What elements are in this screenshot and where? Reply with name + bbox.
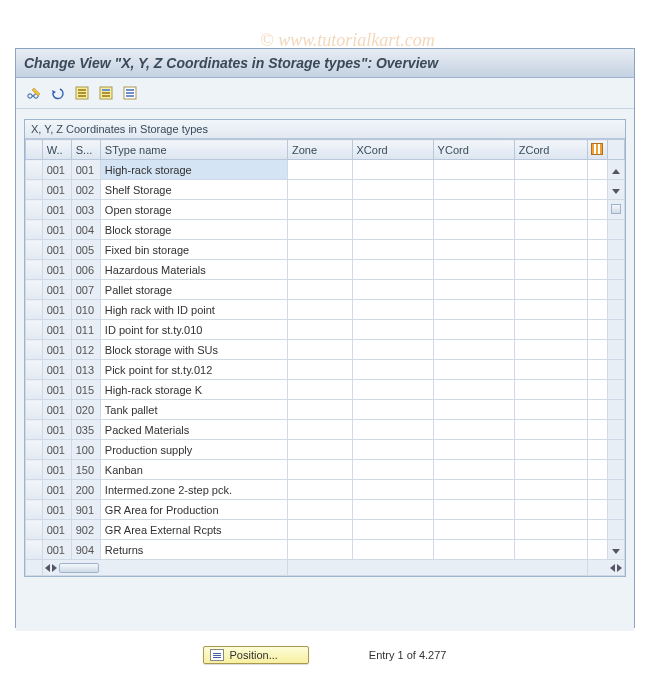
cell-zone[interactable] — [288, 480, 352, 500]
deselect-all-button[interactable] — [120, 84, 140, 102]
col-storage-type[interactable]: S... — [71, 140, 100, 160]
row-selector[interactable] — [26, 320, 43, 340]
row-selector[interactable] — [26, 540, 43, 560]
cell-x[interactable] — [352, 300, 433, 320]
cell-x[interactable] — [352, 320, 433, 340]
cell-z[interactable] — [514, 200, 587, 220]
cell-x[interactable] — [352, 500, 433, 520]
toggle-change-button[interactable] — [24, 84, 44, 102]
cell-y[interactable] — [433, 220, 514, 240]
row-selector[interactable] — [26, 260, 43, 280]
col-zone[interactable]: Zone — [288, 140, 352, 160]
cell-stype-name[interactable]: Pick point for st.ty.012 — [100, 360, 287, 380]
cell-x[interactable] — [352, 200, 433, 220]
cell-stype-name[interactable]: Intermed.zone 2-step pck. — [100, 480, 287, 500]
cell-z[interactable] — [514, 280, 587, 300]
cell-zone[interactable] — [288, 200, 352, 220]
row-selector[interactable] — [26, 520, 43, 540]
scroll-thumb[interactable] — [608, 200, 625, 220]
cell-zone[interactable] — [288, 500, 352, 520]
cell-y[interactable] — [433, 440, 514, 460]
cell-y[interactable] — [433, 360, 514, 380]
cell-z[interactable] — [514, 420, 587, 440]
cell-x[interactable] — [352, 460, 433, 480]
cell-zone[interactable] — [288, 160, 352, 180]
cell-y[interactable] — [433, 160, 514, 180]
cell-zone[interactable] — [288, 240, 352, 260]
scroll-up-button[interactable] — [608, 160, 625, 180]
cell-zone[interactable] — [288, 220, 352, 240]
row-selector[interactable] — [26, 500, 43, 520]
cell-stype-name[interactable]: Open storage — [100, 200, 287, 220]
col-warehouse[interactable]: W.. — [42, 140, 71, 160]
col-zcord[interactable]: ZCord — [514, 140, 587, 160]
cell-x[interactable] — [352, 240, 433, 260]
cell-zone[interactable] — [288, 280, 352, 300]
cell-stype-name[interactable]: GR Area for Production — [100, 500, 287, 520]
col-stype-name[interactable]: SType name — [100, 140, 287, 160]
cell-x[interactable] — [352, 420, 433, 440]
cell-x[interactable] — [352, 180, 433, 200]
cell-z[interactable] — [514, 180, 587, 200]
cell-y[interactable] — [433, 240, 514, 260]
hscroll-track[interactable] — [288, 560, 587, 576]
row-selector[interactable] — [26, 360, 43, 380]
cell-stype-name[interactable]: Hazardous Materials — [100, 260, 287, 280]
cell-stype-name[interactable]: Shelf Storage — [100, 180, 287, 200]
cell-y[interactable] — [433, 400, 514, 420]
cell-stype-name[interactable]: Kanban — [100, 460, 287, 480]
cell-zone[interactable] — [288, 540, 352, 560]
cell-y[interactable] — [433, 300, 514, 320]
cell-z[interactable] — [514, 440, 587, 460]
hscroll-right-segment[interactable] — [587, 560, 625, 576]
cell-zone[interactable] — [288, 300, 352, 320]
row-selector[interactable] — [26, 480, 43, 500]
cell-z[interactable] — [514, 240, 587, 260]
cell-zone[interactable] — [288, 320, 352, 340]
cell-zone[interactable] — [288, 360, 352, 380]
cell-x[interactable] — [352, 340, 433, 360]
row-selector[interactable] — [26, 240, 43, 260]
cell-z[interactable] — [514, 380, 587, 400]
cell-y[interactable] — [433, 540, 514, 560]
cell-stype-name[interactable]: Returns — [100, 540, 287, 560]
row-selector[interactable] — [26, 400, 43, 420]
cell-stype-name[interactable]: Fixed bin storage — [100, 240, 287, 260]
cell-zone[interactable] — [288, 460, 352, 480]
hscroll-thumb[interactable] — [59, 563, 99, 573]
row-selector[interactable] — [26, 200, 43, 220]
cell-z[interactable] — [514, 360, 587, 380]
cell-zone[interactable] — [288, 420, 352, 440]
cell-z[interactable] — [514, 460, 587, 480]
cell-zone[interactable] — [288, 340, 352, 360]
cell-z[interactable] — [514, 300, 587, 320]
cell-y[interactable] — [433, 520, 514, 540]
cell-stype-name[interactable]: Pallet storage — [100, 280, 287, 300]
cell-zone[interactable] — [288, 440, 352, 460]
row-selector[interactable] — [26, 300, 43, 320]
cell-stype-name[interactable]: ID point for st.ty.010 — [100, 320, 287, 340]
col-row-selector[interactable] — [26, 140, 43, 160]
cell-y[interactable] — [433, 260, 514, 280]
table-config-button[interactable] — [587, 140, 608, 160]
select-all-button[interactable] — [72, 84, 92, 102]
scroll-thumb-top[interactable] — [608, 180, 625, 200]
cell-z[interactable] — [514, 540, 587, 560]
cell-zone[interactable] — [288, 400, 352, 420]
cell-stype-name[interactable]: High rack with ID point — [100, 300, 287, 320]
cell-zone[interactable] — [288, 380, 352, 400]
cell-z[interactable] — [514, 160, 587, 180]
cell-x[interactable] — [352, 520, 433, 540]
cell-x[interactable] — [352, 380, 433, 400]
cell-x[interactable] — [352, 540, 433, 560]
col-ycord[interactable]: YCord — [433, 140, 514, 160]
row-selector[interactable] — [26, 460, 43, 480]
cell-stype-name[interactable]: GR Area External Rcpts — [100, 520, 287, 540]
cell-x[interactable] — [352, 220, 433, 240]
col-xcord[interactable]: XCord — [352, 140, 433, 160]
cell-z[interactable] — [514, 320, 587, 340]
cell-y[interactable] — [433, 180, 514, 200]
cell-y[interactable] — [433, 200, 514, 220]
cell-y[interactable] — [433, 280, 514, 300]
position-button[interactable]: Position... — [203, 646, 309, 664]
